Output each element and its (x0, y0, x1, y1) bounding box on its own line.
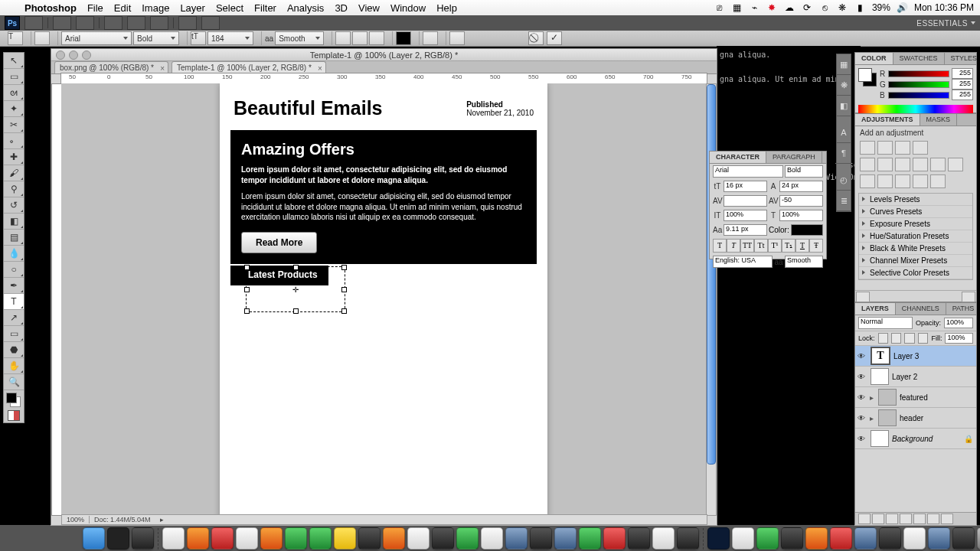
resize-handle[interactable] (244, 265, 250, 270)
antialias-select[interactable]: Smooth (275, 31, 324, 45)
dock-app-icon[interactable] (879, 527, 901, 549)
pen-tool[interactable]: ✒ (4, 278, 24, 294)
char-font-family[interactable]: Arial (713, 165, 783, 178)
dock-app-icon[interactable] (285, 527, 307, 549)
layer-name[interactable]: featured (900, 393, 928, 402)
hand-tool-button[interactable] (104, 16, 122, 30)
dock-app-icon[interactable] (603, 527, 626, 549)
menu-view[interactable]: View (358, 2, 380, 14)
adj-vibrance-icon[interactable] (860, 158, 875, 171)
dock-app-icon[interactable] (756, 527, 779, 549)
panel-icon[interactable]: ◴ (837, 170, 851, 191)
opacity-field[interactable]: 100% (944, 318, 973, 328)
resize-handle[interactable] (341, 265, 347, 270)
dock-app-icon[interactable] (456, 527, 479, 549)
move-tool[interactable]: ↖ (4, 53, 24, 69)
zoom-tool-button[interactable] (127, 16, 145, 30)
screen-mode-button[interactable] (201, 16, 220, 30)
vertical-ruler[interactable] (51, 83, 62, 516)
blur-tool[interactable]: 💧 (4, 246, 24, 262)
adj-invert-icon[interactable] (860, 174, 875, 188)
preset-row[interactable]: Selective Color Presets (859, 267, 972, 279)
clock[interactable]: Mon 10:36 PM (914, 2, 974, 13)
menu-edit[interactable]: Edit (114, 2, 131, 14)
tool-preset-icon[interactable]: T (8, 31, 23, 45)
ps-app-icon[interactable]: Ps (5, 16, 20, 30)
char-font-style[interactable]: Bold (785, 165, 823, 178)
panel-icon[interactable]: ≣ (837, 191, 851, 211)
text-orientation-button[interactable] (34, 31, 50, 45)
menu-image[interactable]: Image (142, 2, 169, 14)
tab-adjustments[interactable]: ADJUSTMENTS (855, 114, 920, 126)
dock-app-icon[interactable] (107, 527, 129, 549)
quick-mask-button[interactable] (4, 409, 24, 422)
scroll-thumb[interactable] (707, 84, 716, 465)
align-right-button[interactable] (369, 31, 384, 45)
preset-row[interactable]: Levels Presets (859, 194, 972, 206)
layer-name[interactable]: Layer 3 (893, 352, 919, 360)
layer-row[interactable]: 👁 ▸ featured (855, 387, 976, 408)
window-titlebar[interactable]: Template-1 @ 100% (Layer 2, RGB/8) * (51, 49, 717, 61)
superscript[interactable]: T¹ (768, 239, 782, 253)
panel-icon[interactable]: A (837, 122, 851, 143)
dock-app-icon[interactable] (781, 527, 803, 549)
layer-name[interactable]: header (900, 414, 923, 422)
wand-tool[interactable]: ✦ (4, 101, 24, 117)
lasso-tool[interactable]: ᘛ (4, 85, 24, 101)
adj-huesat-icon[interactable] (877, 158, 893, 171)
zoom-level-button[interactable] (76, 16, 94, 30)
foreground-background-swatch[interactable] (4, 390, 24, 409)
menulet-icon[interactable]: ☁ (784, 2, 795, 13)
battery-icon[interactable]: ▮ (854, 2, 866, 13)
dock-app-icon[interactable] (530, 527, 552, 549)
preset-row[interactable]: Black & White Presets (859, 243, 972, 255)
menulet-icon[interactable]: ⎚ (714, 2, 725, 13)
view-extras-button[interactable] (53, 16, 71, 30)
layer-name[interactable]: Background (892, 435, 933, 443)
g-slider[interactable] (888, 81, 949, 88)
char-tracking[interactable]: -50 (779, 195, 823, 207)
layer-row[interactable]: 👁 T Layer 3 (855, 346, 976, 367)
lock-position-icon[interactable] (904, 333, 914, 344)
char-baseline[interactable]: 9.11 px (724, 224, 767, 236)
b-slider[interactable] (888, 92, 949, 99)
dock-app-icon[interactable] (579, 527, 601, 549)
dock-app-icon[interactable] (505, 527, 528, 549)
tab-layers[interactable]: LAYERS (855, 303, 896, 315)
apple-icon[interactable] (6, 2, 17, 13)
tab-paragraph[interactable]: PARAGRAPH (766, 152, 822, 163)
editing-text[interactable]: Latest Products (248, 269, 318, 280)
app-name[interactable]: Photoshop (24, 2, 77, 14)
clip-icon[interactable] (856, 292, 870, 302)
underline[interactable]: T (795, 239, 809, 253)
panel-icon[interactable]: ▦ (837, 54, 851, 75)
char-size[interactable]: 16 px (724, 181, 767, 192)
vertical-scrollbar[interactable] (706, 83, 717, 516)
layer-style-icon[interactable] (872, 514, 884, 524)
preset-row[interactable]: Hue/Saturation Presets (859, 230, 972, 243)
character-panel-button[interactable] (449, 31, 465, 45)
path-select-tool[interactable]: ↗ (4, 310, 24, 326)
char-vscale[interactable]: 100% (724, 210, 767, 221)
brush-tool[interactable]: 🖌 (4, 165, 24, 181)
lock-pixels-icon[interactable] (891, 333, 901, 344)
smallcaps[interactable]: Tt (754, 239, 768, 253)
menulet-icon[interactable]: ⎋ (819, 2, 831, 13)
adj-threshold-icon[interactable] (895, 174, 910, 188)
zoom-tool[interactable]: 🔍 (4, 374, 24, 390)
text-edit-bounding-box[interactable]: Latest Products ✛ (246, 266, 345, 312)
visibility-icon[interactable]: 👁 (855, 352, 867, 360)
font-style-select[interactable]: Bold (133, 31, 179, 45)
traffic-min-icon[interactable] (69, 51, 78, 60)
panel-icon[interactable]: ❋ (837, 75, 851, 96)
menulet-icon[interactable]: ✸ (766, 2, 778, 13)
adj-gradmap-icon[interactable] (913, 174, 928, 188)
tab-swatches[interactable]: SWATCHES (893, 53, 945, 64)
marquee-tool[interactable]: ▭ (4, 69, 24, 85)
dock-app-icon[interactable] (952, 527, 975, 549)
adj-brightcontrast-icon[interactable] (860, 141, 875, 155)
history-brush-tool[interactable]: ↺ (4, 197, 24, 214)
dock-app-icon[interactable] (732, 527, 754, 549)
visibility-icon[interactable]: 👁 (855, 414, 867, 422)
layer-mask-icon[interactable] (886, 514, 898, 524)
